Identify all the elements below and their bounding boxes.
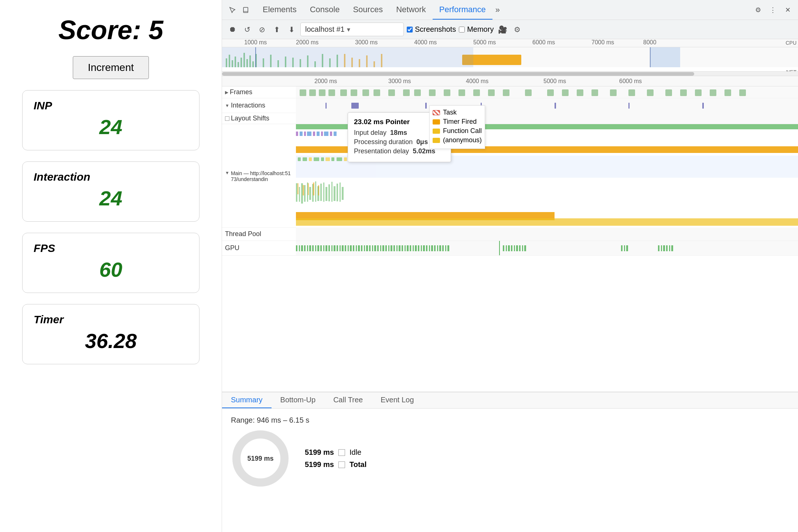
svg-rect-62 [665, 89, 672, 96]
legend-anon-label: (anonymous) [443, 136, 482, 144]
thread-pool-label[interactable]: Thread Pool [222, 229, 296, 239]
device-icon[interactable] [240, 4, 252, 16]
svg-rect-160 [382, 245, 384, 251]
interaction-label: Interaction [34, 171, 188, 183]
svg-rect-92 [303, 157, 307, 161]
tab-sources[interactable]: Sources [346, 0, 389, 20]
svg-rect-108 [315, 181, 316, 202]
svg-rect-157 [374, 245, 376, 251]
svg-rect-186 [506, 245, 507, 251]
svg-rect-196 [626, 245, 628, 251]
reload-button[interactable]: ↺ [241, 24, 253, 35]
legend-total: 5199 ms Total [305, 460, 366, 469]
svg-rect-65 [710, 89, 716, 96]
layout-shifts-label[interactable]: Layout Shifts [222, 113, 296, 124]
total-swatch [338, 461, 345, 468]
devtools-right-icons: ⚙ ⋮ ✕ [752, 4, 794, 16]
svg-rect-183 [445, 245, 446, 251]
svg-rect-131 [304, 245, 306, 251]
tab-more[interactable]: » [492, 0, 503, 20]
memory-check[interactable] [459, 27, 465, 33]
tab-bottom-up[interactable]: Bottom-Up [272, 392, 325, 408]
devtools-header: Elements Console Sources Network Perform… [222, 0, 798, 20]
tab-elements[interactable]: Elements [256, 0, 303, 20]
svg-rect-33 [651, 47, 680, 67]
more-icon[interactable]: ⋮ [767, 4, 779, 16]
inspect-icon[interactable] [226, 4, 238, 16]
svg-rect-83 [307, 132, 311, 136]
tab-console[interactable]: Console [303, 0, 347, 20]
ruler-5000: 5000 ms [473, 39, 496, 46]
svg-rect-120 [303, 185, 304, 195]
toolbar-row: ⏺ ↺ ⊘ ⬆ ⬇ localhost #1 ▾ Screenshots Mem… [222, 20, 798, 39]
svg-rect-88 [330, 132, 332, 136]
svg-rect-156 [372, 245, 373, 251]
svg-rect-91 [298, 157, 301, 161]
inp-card: INP 24 [22, 90, 200, 150]
svg-rect-182 [442, 245, 444, 251]
svg-rect-139 [325, 245, 327, 251]
tab-summary[interactable]: Summary [222, 392, 272, 408]
svg-rect-197 [658, 245, 659, 251]
capture-button[interactable]: 🎥 [497, 24, 508, 35]
svg-rect-42 [351, 89, 357, 96]
tab-network[interactable]: Network [389, 0, 433, 20]
svg-rect-85 [317, 132, 320, 136]
svg-rect-159 [380, 245, 381, 251]
svg-rect-175 [423, 245, 425, 251]
close-icon[interactable]: ✕ [782, 4, 794, 16]
svg-rect-112 [325, 187, 327, 201]
svg-rect-169 [407, 245, 409, 251]
screenshots-checkbox[interactable]: Screenshots [407, 25, 456, 34]
timeline-main[interactable]: 2000 ms 3000 ms 4000 ms 5000 ms 6000 ms … [222, 76, 798, 392]
ruler-8000: 8000 [643, 39, 657, 46]
svg-rect-84 [313, 132, 315, 136]
svg-rect-118 [342, 187, 344, 200]
svg-rect-38 [309, 89, 316, 96]
timer-value: 36.28 [34, 329, 188, 353]
tab-event-log[interactable]: Event Log [372, 392, 423, 408]
svg-rect-198 [661, 245, 662, 251]
svg-rect-32 [222, 47, 473, 67]
gpu-label[interactable]: GPU [222, 243, 296, 253]
svg-rect-202 [671, 245, 673, 251]
score-title: Score: 5 [58, 15, 163, 45]
clear-button[interactable]: ⊘ [256, 24, 268, 35]
main-label[interactable]: ▼ Main — http://localhost:5173/understan… [222, 168, 296, 184]
svg-rect-46 [403, 89, 410, 96]
screenshots-check[interactable] [407, 27, 413, 33]
svg-rect-41 [340, 89, 347, 96]
settings-icon[interactable]: ⚙ [752, 4, 764, 16]
range-text: Range: 946 ms – 6.15 s [231, 416, 789, 424]
svg-rect-82 [304, 132, 306, 136]
layout-shifts-track: Layout Shifts [222, 113, 798, 124]
record-button[interactable]: ⏺ [226, 24, 238, 35]
download-button[interactable]: ⬇ [286, 24, 297, 35]
interactions-label[interactable]: ▼ Interactions [222, 100, 296, 111]
svg-rect-195 [624, 245, 625, 251]
svg-rect-126 [296, 228, 798, 241]
svg-rect-37 [300, 89, 306, 96]
perf-settings-button[interactable]: ⚙ [511, 24, 523, 35]
svg-rect-128 [296, 245, 297, 251]
svg-rect-110 [320, 184, 322, 201]
svg-rect-68 [296, 98, 798, 113]
tab-performance[interactable]: Performance [433, 0, 492, 20]
tab-call-tree[interactable]: Call Tree [324, 392, 372, 408]
upload-button[interactable]: ⬆ [271, 24, 283, 35]
svg-rect-39 [319, 89, 325, 96]
svg-rect-125 [296, 218, 798, 226]
svg-rect-129 [299, 245, 300, 251]
increment-button[interactable]: Increment [73, 56, 149, 79]
frames-label[interactable]: ▶ Frames [222, 87, 296, 98]
url-dropdown-icon[interactable]: ▾ [347, 25, 350, 34]
svg-rect-71 [425, 103, 427, 109]
svg-rect-191 [519, 245, 521, 251]
timeline-overview[interactable]: 1000 ms 2000 ms 3000 ms 4000 ms 5000 ms … [222, 39, 798, 76]
fps-card: FPS 60 [22, 233, 200, 293]
svg-rect-146 [345, 245, 346, 251]
summary-row: 5199 ms 5199 ms Idle 5199 ms Total [231, 429, 789, 488]
memory-checkbox[interactable]: Memory [459, 25, 494, 34]
svg-rect-189 [514, 245, 515, 251]
legend-timer-label: Timer Fired [443, 118, 477, 126]
